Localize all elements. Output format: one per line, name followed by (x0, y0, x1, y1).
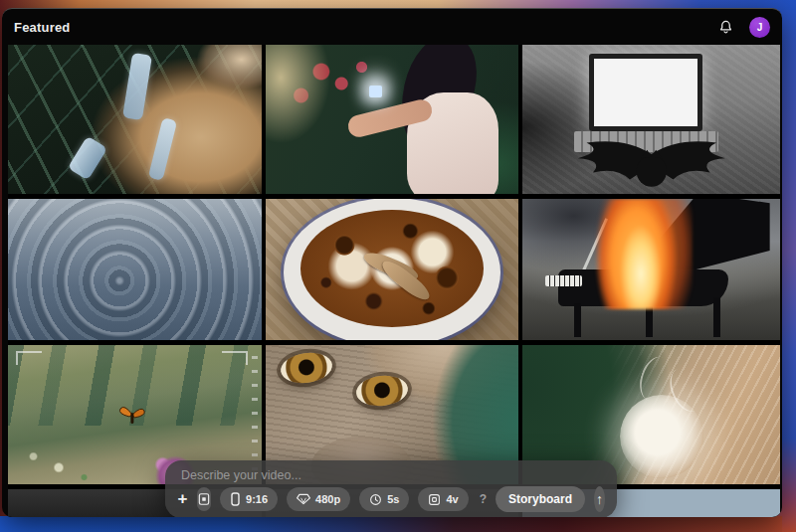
video-tile[interactable] (522, 45, 780, 194)
video-tile[interactable] (522, 199, 780, 340)
clock-icon (369, 493, 382, 506)
prompt-input[interactable] (171, 465, 611, 485)
viewfinder-corner-mark (16, 351, 42, 365)
prompt-bar: + 9:16 (165, 460, 617, 517)
video-tile[interactable] (8, 45, 262, 194)
help-button[interactable]: ? (480, 492, 487, 506)
prompt-controls: + 9:16 (165, 487, 617, 511)
viewfinder-corner-mark (222, 351, 248, 365)
gem-icon (297, 493, 310, 505)
bell-icon (717, 19, 734, 36)
video-tile[interactable] (266, 199, 518, 340)
storyboard-button[interactable]: Storyboard (496, 486, 585, 512)
video-tile[interactable] (266, 45, 518, 194)
piano-leg-shape (574, 303, 581, 337)
monkey-eye-shape (355, 373, 410, 408)
video-tile[interactable] (8, 199, 262, 340)
avatar[interactable]: J (749, 17, 770, 38)
duration-label: 5s (387, 493, 399, 505)
film-sprocket-marks (252, 356, 258, 473)
resolution-label: 480p (315, 493, 340, 505)
notifications-button[interactable] (715, 17, 735, 37)
preset-button[interactable] (197, 487, 211, 511)
screen: Featured J (0, 0, 796, 532)
app-window: Featured J (2, 8, 782, 517)
piano-leg-shape (713, 297, 720, 337)
resolution-button[interactable]: 480p (287, 487, 350, 511)
butterfly-shape (117, 404, 147, 426)
send-button[interactable]: ↑ (594, 486, 605, 512)
bat-silhouette (543, 134, 760, 191)
portrait-phone-icon (230, 492, 241, 506)
page-title: Featured (14, 20, 71, 35)
duration-button[interactable]: 5s (359, 487, 409, 511)
aspect-ratio-label: 9:16 (246, 493, 268, 505)
glass-straw-shape (68, 136, 107, 181)
image-card-icon (197, 492, 211, 506)
desktop-wallpaper-bottom-edge (0, 516, 782, 532)
fire-flames-shape (589, 199, 693, 309)
piano-keys-shape (545, 275, 581, 286)
header-actions: J (715, 17, 770, 38)
glass-straw-shape (148, 117, 178, 181)
app-header: Featured J (2, 9, 782, 45)
glowing-cube-shape (369, 86, 382, 97)
add-button[interactable]: + (177, 487, 188, 511)
monkey-eye-shape (279, 350, 334, 387)
aspect-ratio-button[interactable]: 9:16 (220, 487, 278, 511)
variations-label: 4v (446, 493, 458, 505)
featured-gallery (8, 45, 780, 517)
laptop-screen-shape (589, 54, 702, 131)
variations-icon (428, 493, 441, 506)
glass-straw-shape (122, 53, 152, 120)
variations-button[interactable]: 4v (418, 487, 468, 511)
